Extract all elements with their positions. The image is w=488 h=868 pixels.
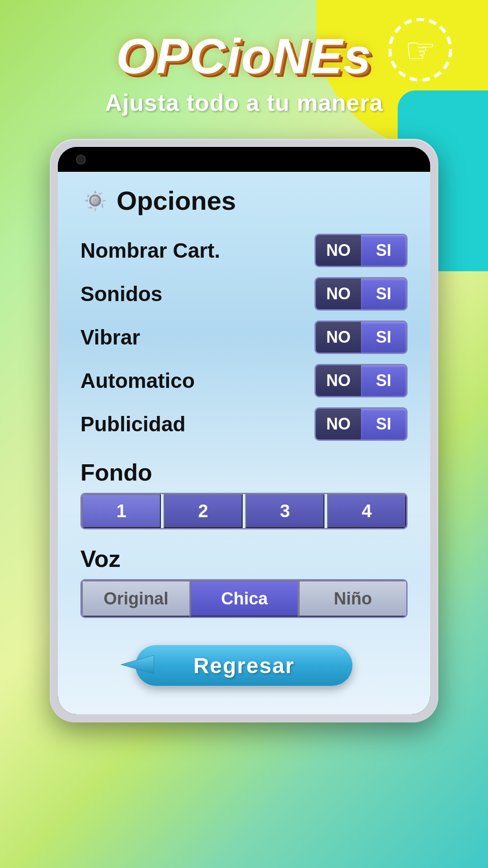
toggle-group-sonidos: NO SI xyxy=(314,277,408,311)
toggle-si-sonidos[interactable]: SI xyxy=(361,278,406,309)
header: ☞ OPCioNEs Ajusta todo a tu manera xyxy=(0,0,488,116)
svg-point-4 xyxy=(93,198,97,203)
voz-label: Voz xyxy=(80,545,408,572)
toggle-group-vibrar: NO SI xyxy=(314,321,408,354)
option-label-automatico: Automatico xyxy=(80,368,314,393)
option-row-vibrar: Vibrar NO SI xyxy=(80,321,408,354)
phone-inner: Opciones Nombrar Cart. NO SI Sonidos NO … xyxy=(58,147,430,714)
phone-screen: Opciones Nombrar Cart. NO SI Sonidos NO … xyxy=(58,172,430,714)
fondo-buttons: 1 2 3 4 xyxy=(80,493,408,529)
voz-btn-nino[interactable]: Niño xyxy=(299,580,406,617)
fondo-btn-4[interactable]: 4 xyxy=(327,494,406,528)
voz-section: Voz Original Chica Niño xyxy=(80,545,408,618)
voz-btn-chica[interactable]: Chica xyxy=(190,580,299,617)
option-row-publicidad: Publicidad NO SI xyxy=(80,407,408,441)
regresar-container: Regresar xyxy=(80,645,408,686)
toggle-no-automatico[interactable]: NO xyxy=(316,365,361,396)
toggle-group-publicidad: NO SI xyxy=(314,407,408,441)
toggle-no-nombrar-cart[interactable]: NO xyxy=(316,235,361,266)
toggle-si-automatico[interactable]: SI xyxy=(361,365,406,396)
svg-text:☞: ☞ xyxy=(405,31,436,70)
toggle-no-publicidad[interactable]: NO xyxy=(316,409,361,439)
toggle-si-publicidad[interactable]: SI xyxy=(361,409,406,439)
gear-icon xyxy=(80,186,110,215)
svg-marker-6 xyxy=(122,656,154,674)
fondo-section: Fondo 1 2 3 4 xyxy=(80,459,408,529)
hand-cursor-icon: ☞ xyxy=(389,18,452,81)
regresar-button[interactable]: Regresar xyxy=(136,645,352,686)
fondo-btn-1[interactable]: 1 xyxy=(82,494,161,528)
screen-title: Opciones xyxy=(117,185,236,216)
toggle-no-sonidos[interactable]: NO xyxy=(316,278,361,309)
toggle-si-nombrar-cart[interactable]: SI xyxy=(361,235,406,266)
fondo-btn-3[interactable]: 3 xyxy=(245,494,324,528)
voz-btn-original[interactable]: Original xyxy=(82,580,190,617)
camera-dot xyxy=(76,155,86,165)
toggle-group-nombrar-cart: NO SI xyxy=(314,234,408,267)
screen-title-row: Opciones xyxy=(80,185,408,216)
phone-mockup: Opciones Nombrar Cart. NO SI Sonidos NO … xyxy=(50,139,438,722)
regresar-label: Regresar xyxy=(193,653,295,678)
toggle-si-vibrar[interactable]: SI xyxy=(361,322,406,353)
fondo-btn-2[interactable]: 2 xyxy=(164,494,243,528)
back-arrow-icon xyxy=(117,646,158,684)
phone-top-bar xyxy=(58,147,430,172)
screen-content: Opciones Nombrar Cart. NO SI Sonidos NO … xyxy=(80,185,408,686)
voz-buttons: Original Chica Niño xyxy=(80,579,408,618)
option-label-publicidad: Publicidad xyxy=(80,412,314,436)
toggle-group-automatico: NO SI xyxy=(314,364,408,397)
toggle-no-vibrar[interactable]: NO xyxy=(316,322,361,353)
option-row-nombrar-cart: Nombrar Cart. NO SI xyxy=(80,234,408,267)
option-row-sonidos: Sonidos NO SI xyxy=(80,277,408,311)
fondo-label: Fondo xyxy=(80,459,408,486)
option-label-vibrar: Vibrar xyxy=(80,325,314,349)
page-subtitle: Ajusta todo a tu manera xyxy=(0,89,488,116)
option-label-nombrar-cart: Nombrar Cart. xyxy=(80,238,314,263)
option-row-automatico: Automatico NO SI xyxy=(80,364,408,397)
option-label-sonidos: Sonidos xyxy=(80,282,314,306)
